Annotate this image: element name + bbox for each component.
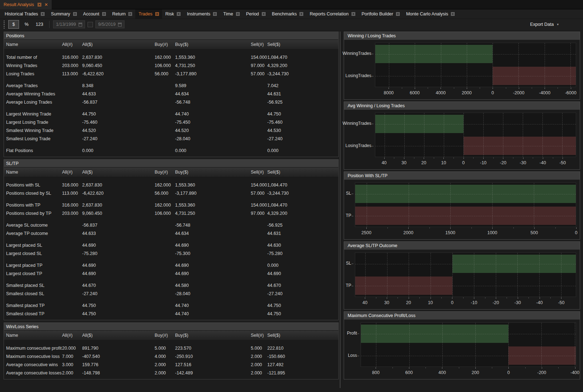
table-row[interactable]: Positions with TP316.0002,637.830162.000… <box>4 201 338 209</box>
x-tick-label: -30 <box>514 300 521 305</box>
nav-tab-reports-correlation[interactable]: Reports Correlation <box>306 9 358 19</box>
table-header-row: NameAll(#)All($)Buy(#)Buy($)Sell(#)Sell(… <box>4 331 338 340</box>
cell <box>251 135 267 143</box>
currency-button[interactable]: $ <box>8 20 19 29</box>
table-row[interactable]: Average SL outcome-56.837-56.748-56.925 <box>4 221 338 230</box>
nav-tab-historical-trades[interactable]: Historical Trades <box>1 9 48 19</box>
nav-tab-label: Period <box>246 11 259 16</box>
date-range-checkbox[interactable] <box>88 22 93 27</box>
table-row[interactable]: Positions closed by TP203.0009,060.45010… <box>4 209 338 218</box>
detach-tab-icon[interactable] <box>396 12 400 16</box>
table-row[interactable]: Winning Trades203.0009,060.450106.0004,7… <box>4 62 338 70</box>
x-tick-label: 10 <box>428 300 433 305</box>
scrollbar[interactable] <box>340 32 340 388</box>
gridline-v <box>452 253 453 297</box>
table-row[interactable]: Smallest placed TP44.75044.74044.750 <box>4 302 338 310</box>
date-from-field[interactable]: 1/13/1999 <box>53 20 85 28</box>
nav-tab-period[interactable]: Period <box>243 9 269 19</box>
section-title: Positions <box>4 32 338 40</box>
x-tick <box>384 157 385 159</box>
detach-tab-icon[interactable] <box>236 12 240 16</box>
table-row[interactable]: Smallest Losing Trade-27.240-28.040-27.2… <box>4 135 338 143</box>
export-data-label: Export Data <box>530 22 554 27</box>
table-row[interactable]: Largest placed TP44.69044.6900.000 <box>4 261 338 270</box>
cell: 316.000 <box>62 53 82 62</box>
table-row[interactable]: Average consecutive losses2.000-148.7982… <box>4 369 338 377</box>
table-row[interactable]: Largest Winning Trade44.75044.74044.750 <box>4 110 338 118</box>
close-icon[interactable]: ✕ <box>44 3 48 7</box>
row-label: Positions with TP <box>6 201 62 209</box>
detach-tab-icon[interactable] <box>300 12 303 16</box>
detach-tab-icon[interactable] <box>73 12 77 16</box>
cell: 44.750 <box>82 110 155 118</box>
table-row[interactable]: Average consecutive wins3.000159.7762.00… <box>4 361 338 369</box>
nav-tab-account[interactable]: Account <box>80 9 109 19</box>
x-minor-tick <box>533 157 533 159</box>
toolbar: $ % 123 1/13/1999 9/5/2019 Export Data ▾ <box>0 19 583 30</box>
nav-tab-return[interactable]: Return <box>109 9 136 19</box>
percent-button[interactable]: % <box>21 20 32 29</box>
table-row[interactable]: Positions with SL316.0002,637.830162.000… <box>4 181 338 189</box>
date-to-field[interactable]: 9/5/2019 <box>95 20 125 28</box>
detach-window-icon[interactable] <box>38 3 41 6</box>
detach-tab-icon[interactable] <box>177 12 180 16</box>
table-row[interactable]: Losing Trades113.000-6,422.62056.000-3,1… <box>4 70 338 78</box>
cell <box>62 230 82 238</box>
row-spacer <box>4 298 338 302</box>
cell: -75.450 <box>175 118 251 127</box>
x-tick-label: 500 <box>531 230 538 235</box>
numbers-button[interactable]: 123 <box>34 20 45 29</box>
table-row[interactable]: Largest placed SL44.69044.69044.630 <box>4 241 338 250</box>
x-minor-tick <box>480 88 480 89</box>
export-data-button[interactable]: Export Data ▾ <box>530 19 559 30</box>
detach-tab-icon[interactable] <box>262 12 265 16</box>
tab-result-analysis[interactable]: Result Analysis ✕ <box>0 0 52 9</box>
table-row[interactable]: Smallest Winning Trade44.52044.52044.530 <box>4 127 338 135</box>
nav-tab-monte-carlo-analysis[interactable]: Monte Carlo Analysis <box>403 9 458 19</box>
table-row[interactable]: Largest closed TP44.69044.69044.690 <box>4 270 338 278</box>
table-row[interactable]: Largest closed SL-75.280-75.300-75.280 <box>4 250 338 258</box>
nav-tab-benchmarks[interactable]: Benchmarks <box>269 9 306 19</box>
nav-tab-label: Reports Correlation <box>310 11 348 16</box>
table-row[interactable]: Average Losing Trades-56.837-56.748-56.9… <box>4 98 338 107</box>
nav-tab-risk[interactable]: Risk <box>162 9 184 19</box>
chart-max-consecutive-profit-loss: Maximum Consecutive Profit/Loss ProfitLo… <box>344 311 580 379</box>
detach-tab-icon[interactable] <box>102 12 106 16</box>
table-row[interactable]: Average Winning Trades44.63344.63444.631 <box>4 90 338 98</box>
gridline-v <box>475 323 476 367</box>
table-row[interactable]: Maximum consecutive profit20.000891.7905… <box>4 344 338 353</box>
detach-tab-icon[interactable] <box>213 12 217 16</box>
table-row[interactable]: Smallest placed SL44.67044.58044.670 <box>4 282 338 290</box>
nav-tab-instruments[interactable]: Instruments <box>184 9 220 19</box>
detach-tab-icon[interactable] <box>451 12 455 16</box>
table-row[interactable]: Maximum consecutive loss7.000-407.5404.0… <box>4 353 338 361</box>
detach-tab-icon[interactable] <box>128 12 132 16</box>
nav-tab-time[interactable]: Time <box>220 9 243 19</box>
table-row[interactable]: Average TP outcome44.63344.63444.631 <box>4 230 338 238</box>
table-row[interactable]: Smallest closed TP44.75044.74044.750 <box>4 310 338 318</box>
table-row[interactable]: Average Trades8.3489.5897.042 <box>4 82 338 90</box>
table-row[interactable]: Smallest closed SL-27.240-28.040-27.240 <box>4 290 338 298</box>
gridline-v <box>450 183 451 227</box>
table-row[interactable]: Total number of316.0002,637.830162.0001,… <box>4 53 338 62</box>
gridline-v <box>441 43 441 87</box>
drag-handle-icon[interactable] <box>3 20 5 29</box>
nav-tab-portfolio-builder[interactable]: Portfolio Builder <box>358 9 403 19</box>
nav-tab-summary[interactable]: Summary <box>48 9 80 19</box>
cell: -28.040 <box>175 290 251 298</box>
table-row[interactable]: Flat Positions0.0000.0000.000 <box>4 147 338 155</box>
detach-tab-icon[interactable] <box>41 12 44 16</box>
cell: 44.690 <box>82 261 155 270</box>
detach-tab-icon[interactable] <box>155 12 159 16</box>
document-tab-bar: Result Analysis ✕ <box>0 0 583 9</box>
cell: -121.895 <box>267 369 338 377</box>
cell: 4,329.200 <box>267 62 338 70</box>
detach-tab-icon[interactable] <box>352 12 355 16</box>
nav-tab-trades[interactable]: Trades <box>135 9 162 19</box>
x-tick <box>452 297 452 299</box>
y-axis-labels: SLTP <box>344 183 355 227</box>
table-row[interactable]: Largest Losing Trade-75.460-75.450-75.46… <box>4 118 338 127</box>
y-tick <box>357 334 359 334</box>
table-row[interactable]: Positions closed by SL113.000-6,422.6205… <box>4 189 338 198</box>
cell: -56.925 <box>267 98 338 107</box>
